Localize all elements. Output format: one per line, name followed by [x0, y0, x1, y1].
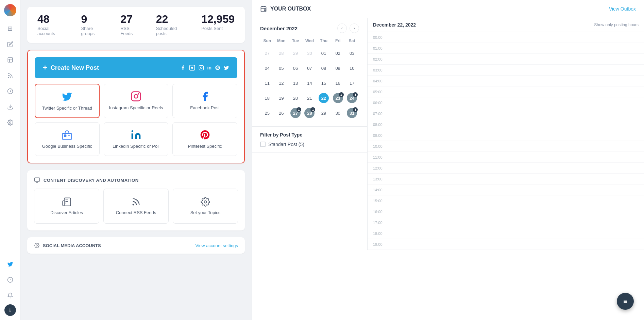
svg-point-11: [191, 67, 193, 69]
day-header-sat: Sat: [345, 37, 359, 45]
cal-cell[interactable]: 14: [303, 76, 317, 90]
cal-cell[interactable]: 10: [345, 61, 359, 75]
cal-cell[interactable]: 17: [345, 76, 359, 90]
post-type-linkedin[interactable]: Linkedin Specific or Poll: [104, 122, 169, 156]
discovery-header-label: CONTENT DISCOVERY AND AUTOMATION: [44, 178, 139, 183]
cal-cell[interactable]: 18: [260, 91, 274, 105]
post-type-facebook[interactable]: Facebook Post: [172, 84, 237, 118]
time-row: 18:00: [368, 228, 644, 239]
show-posting-hours-toggle[interactable]: Show only posting hours: [594, 22, 639, 27]
sidebar: ⊞ U: [0, 0, 20, 320]
stat-label-rss: RSS Feeds: [120, 26, 142, 36]
cal-cell[interactable]: 15: [317, 76, 331, 90]
post-type-google[interactable]: Google Business Specific: [35, 122, 100, 156]
google-store-icon: [62, 129, 72, 140]
cal-cell[interactable]: 13: [288, 76, 303, 90]
filter-standart-post[interactable]: Standart Post (5): [260, 142, 359, 147]
cal-cell[interactable]: 05: [274, 61, 289, 75]
stat-number-sent: 12,959: [201, 14, 235, 25]
avatar-initials: U: [9, 308, 12, 313]
sidebar-item-settings[interactable]: [3, 116, 17, 129]
topics-gear-icon: [201, 197, 210, 207]
time-row: 16:00: [368, 206, 644, 217]
sidebar-item-twitter[interactable]: [3, 257, 17, 271]
btn-left: + Create New Post: [43, 63, 99, 72]
cal-cell[interactable]: 30: [303, 46, 317, 60]
plus-icon: +: [43, 63, 47, 72]
sidebar-item-rss[interactable]: [3, 69, 17, 82]
content-discovery-section: CONTENT DISCOVERY AND AUTOMATION Discove…: [27, 170, 245, 230]
stats-bar: 48 Social accounts 9 Share groups 27 RSS…: [27, 7, 245, 43]
time-row: 13:00: [368, 174, 644, 185]
cal-cell[interactable]: 08: [317, 61, 331, 75]
sidebar-item-compose[interactable]: [3, 37, 17, 51]
cal-cell-today[interactable]: 22: [317, 91, 331, 105]
cal-cell[interactable]: 25: [260, 106, 274, 120]
cal-cell[interactable]: 21: [303, 91, 317, 105]
next-month-button[interactable]: ›: [350, 23, 359, 33]
cal-cell[interactable]: 09: [331, 61, 345, 75]
sidebar-item-analytics[interactable]: [3, 84, 17, 98]
cal-cell[interactable]: 07: [303, 61, 317, 75]
sidebar-item-download[interactable]: [3, 100, 17, 114]
cal-cell[interactable]: 27: [260, 46, 274, 60]
cal-cell[interactable]: 16: [331, 76, 345, 90]
svg-rect-17: [64, 135, 66, 137]
cal-cell-28[interactable]: 281: [303, 106, 317, 120]
cal-week-2: 04 05 06 07 08 09 10: [260, 61, 359, 75]
cal-cell[interactable]: 28: [274, 46, 289, 60]
cal-cell[interactable]: 19: [274, 91, 289, 105]
cal-cell[interactable]: 02: [331, 46, 345, 60]
set-topics-card[interactable]: Set your Topics: [173, 189, 238, 224]
connect-rss-card[interactable]: Connect RSS Feeds: [103, 189, 169, 224]
stat-number-social: 48: [37, 14, 67, 25]
cal-cell-23[interactable]: 231: [331, 91, 345, 105]
cal-cell[interactable]: 26: [274, 106, 289, 120]
cal-cell[interactable]: 30: [331, 106, 345, 120]
sidebar-item-dashboard[interactable]: ⊞: [3, 22, 17, 35]
sidebar-item-notifications[interactable]: [3, 289, 17, 302]
cal-cell[interactable]: 29: [317, 106, 331, 120]
post-type-instagram[interactable]: Instagram Specific or Reels: [104, 84, 169, 118]
social-accounts-title: SOCIAL MEDIA ACCOUNTS: [43, 243, 101, 248]
svg-rect-12: [199, 65, 203, 70]
cal-cell[interactable]: 12: [274, 76, 289, 90]
cal-cell[interactable]: 04: [260, 61, 274, 75]
stat-label-sent: Posts Sent: [201, 26, 235, 31]
fab-button[interactable]: ≡: [617, 293, 634, 310]
time-row: 10:00: [368, 141, 644, 152]
time-row: 17:00: [368, 217, 644, 228]
post-type-twitter[interactable]: Twitter Specific or Thread: [35, 84, 100, 118]
cal-cell-24[interactable]: 241: [345, 91, 359, 105]
standart-post-checkbox[interactable]: [260, 142, 266, 147]
cal-cell[interactable]: 03: [345, 46, 359, 60]
outbox-header: YOUR OUTBOX View Outbox: [252, 0, 644, 18]
cal-cell[interactable]: 01: [317, 46, 331, 60]
app-logo[interactable]: [4, 4, 16, 16]
cal-week-4: 18 19 20 21 22 231 241: [260, 91, 359, 105]
create-post-button[interactable]: + Create New Post in: [35, 57, 237, 78]
post-type-pinterest[interactable]: Pinterest Specific: [172, 122, 237, 156]
user-avatar[interactable]: U: [4, 304, 16, 316]
cal-cell[interactable]: 20: [288, 91, 303, 105]
time-row: 07:00: [368, 108, 644, 119]
view-account-settings-link[interactable]: View account settings: [196, 243, 238, 248]
cal-cell-31[interactable]: 311: [345, 106, 359, 120]
cal-cell-27[interactable]: 271: [288, 106, 303, 120]
cal-week-3: 11 12 13 14 15 16 17: [260, 76, 359, 90]
time-label: 14:00: [373, 188, 387, 192]
outbox-body: December 2022 ‹ › Sun Mon Tue Wed Thu: [252, 18, 644, 250]
cal-cell[interactable]: 11: [260, 76, 274, 90]
cal-cell[interactable]: 29: [288, 46, 303, 60]
stat-number-share: 9: [81, 14, 107, 25]
view-outbox-link[interactable]: View Outbox: [609, 6, 636, 12]
stat-label-share: Share groups: [81, 26, 107, 36]
pinterest-card-label: Pinterest Specific: [188, 144, 222, 149]
cal-cell[interactable]: 06: [288, 61, 303, 75]
sidebar-item-info[interactable]: [3, 273, 17, 287]
prev-month-button[interactable]: ‹: [337, 23, 347, 33]
discover-articles-card[interactable]: Discover Articles: [34, 189, 99, 224]
calendar-section: December 2022 ‹ › Sun Mon Tue Wed Thu: [252, 18, 367, 127]
sidebar-item-content[interactable]: [3, 53, 17, 67]
outbox-calendar-icon: [260, 5, 267, 12]
